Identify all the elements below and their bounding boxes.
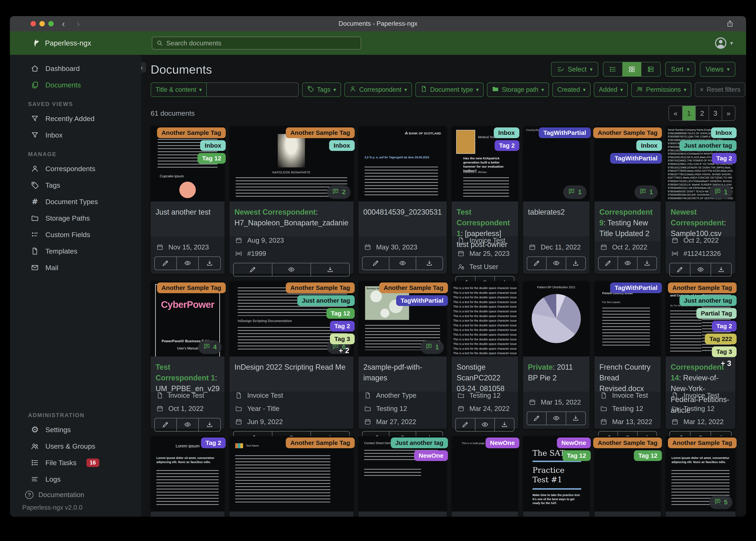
tag-pill[interactable]: Inbox: [329, 140, 355, 151]
view-button[interactable]: [690, 263, 711, 276]
tag-pill[interactable]: Tag 2: [201, 437, 226, 448]
tag-pill[interactable]: Inbox: [494, 127, 519, 138]
sidebar-item-templates[interactable]: Templates: [10, 243, 141, 260]
comment-count-badge[interactable]: 1: [563, 185, 586, 199]
correspondent-link[interactable]: Newest Correspondent: [234, 208, 316, 216]
document-title[interactable]: Just another test: [151, 202, 224, 237]
comment-count-badge[interactable]: 2: [327, 185, 350, 199]
edit-button[interactable]: [527, 412, 546, 425]
sidebar-item-documents[interactable]: Documents: [10, 77, 141, 93]
tag-pill[interactable]: Just another tag: [297, 295, 354, 306]
pagination-page-3[interactable]: 3: [709, 106, 722, 120]
sidebar-item-mail[interactable]: Mail: [10, 260, 141, 276]
tag-pill[interactable]: NewOne: [557, 437, 591, 448]
tag-pill[interactable]: Another Sample Tag: [286, 127, 354, 138]
sidebar-item-inbox[interactable]: Inbox: [10, 127, 141, 143]
document-card[interactable]: ⁂ BANK OF SCOTLAND2,0 % p. a. auf Ihr Ta…: [358, 126, 447, 274]
document-card[interactable]: Serial Number,Company Name,Employe978818…: [666, 126, 735, 274]
tag-pill[interactable]: Tag 3: [712, 346, 737, 357]
download-button[interactable]: [711, 263, 731, 276]
app-name[interactable]: Paperless-ngx: [45, 39, 91, 47]
document-title[interactable]: [523, 511, 589, 517]
title-content-filter-button[interactable]: Title & content ▾: [151, 83, 207, 97]
tag-pill[interactable]: Just another tag: [679, 295, 737, 306]
document-card[interactable]: Test NameAnother Sample Tag: [229, 436, 353, 517]
document-title[interactable]: 0004814539_20230531: [358, 202, 447, 237]
download-button[interactable]: [494, 418, 514, 431]
view-button[interactable]: [176, 418, 198, 431]
document-card[interactable]: InDesign Scripting Documentation6Another…: [229, 281, 353, 429]
document-title[interactable]: Correspondent 9: Testing New Title Updat…: [594, 202, 661, 241]
tag-pill[interactable]: Another Sample Tag: [379, 282, 448, 293]
edit-button[interactable]: [155, 418, 176, 431]
tag-pill[interactable]: Another Sample Tag: [286, 437, 354, 448]
title-content-filter-input[interactable]: [207, 83, 299, 97]
tag-pill[interactable]: Another Sample Tag: [593, 437, 662, 448]
edit-button[interactable]: [670, 263, 690, 276]
view-button[interactable]: [272, 263, 311, 276]
sidebar-collapse-button[interactable]: «: [141, 62, 146, 73]
document-type-filter-button[interactable]: Document type▾: [415, 83, 484, 97]
download-button[interactable]: [566, 412, 585, 425]
view-button[interactable]: [176, 257, 198, 270]
download-button[interactable]: [637, 257, 657, 270]
view-detail-button[interactable]: [641, 62, 660, 76]
view-grid-button[interactable]: [622, 62, 641, 76]
comment-count-badge[interactable]: 1: [421, 340, 444, 354]
document-thumbnail[interactable]: Patient BP Distribution 2011: [523, 281, 589, 356]
view-button[interactable]: [546, 257, 566, 270]
document-card[interactable]: Boundary Waters Trip1Another Sample TagT…: [358, 281, 447, 429]
download-button[interactable]: [416, 257, 443, 270]
document-card[interactable]: Adobe Acrobat PDF FilesCupcake ipsumAnot…: [151, 126, 224, 274]
sidebar-item-custom-fields[interactable]: Custom Fields: [10, 227, 141, 243]
tag-pill[interactable]: TagWithPartial: [610, 282, 662, 293]
tag-pill[interactable]: Just another tag: [679, 140, 737, 151]
views-button[interactable]: Views ▾: [700, 62, 736, 77]
tag-pill[interactable]: Tag 2: [712, 153, 737, 164]
share-icon[interactable]: [726, 20, 734, 27]
tag-pill[interactable]: Another Sample Tag: [286, 282, 354, 293]
download-button[interactable]: [198, 257, 220, 270]
document-title[interactable]: [666, 511, 735, 517]
tag-pill[interactable]: Tag 12: [197, 153, 226, 164]
comment-count-badge[interactable]: 1: [634, 185, 658, 199]
tag-pill[interactable]: Tag 2: [330, 321, 355, 331]
pagination-page-«[interactable]: «: [669, 106, 682, 120]
document-title[interactable]: tablerates2: [523, 202, 589, 237]
tag-pill[interactable]: Another Sample Tag: [668, 437, 737, 448]
edit-button[interactable]: [234, 263, 272, 276]
storage-path-filter-button[interactable]: Storage path▾: [487, 83, 549, 97]
tag-pill[interactable]: TagWithPartial: [610, 153, 662, 164]
sidebar-item-logs[interactable]: Logs: [10, 471, 141, 487]
document-card[interactable]: one,1.0five,5.01Another Sample TagInboxT…: [594, 126, 661, 274]
tag-pill[interactable]: Another Sample Tag: [593, 127, 662, 138]
document-card[interactable]: This is a testAnother Sample TagTag 12: [594, 436, 661, 517]
document-title[interactable]: Newest Correspondent: Sample100.csv: [666, 202, 735, 237]
tag-pill[interactable]: Another Sample Tag: [668, 282, 737, 293]
download-button[interactable]: [566, 257, 585, 270]
created-filter-button[interactable]: Created▾: [552, 83, 591, 97]
tag-pill[interactable]: TagWithPartial: [539, 127, 591, 138]
document-title[interactable]: French Country Bread Revised.docx: [594, 356, 661, 391]
document-card[interactable]: Lorem ipsumLorem ipsum dolor sit amet, c…: [666, 436, 735, 517]
document-card[interactable]: Review of Arbitral Awards Shows Swift Re…: [666, 281, 735, 429]
tag-pill[interactable]: NewOne: [485, 437, 519, 448]
document-card[interactable]: Country,Region/State,1TagWithPartialtabl…: [523, 126, 589, 274]
tag-pill[interactable]: Inbox: [200, 140, 226, 151]
document-title[interactable]: [229, 511, 353, 517]
tags-filter-button[interactable]: Tags▾: [302, 83, 341, 97]
tag-pill[interactable]: Tag 2: [495, 140, 519, 151]
sidebar-item-file-tasks[interactable]: File Tasks16: [10, 454, 141, 471]
document-title[interactable]: Private: 2011 BP Pie 2: [523, 356, 589, 391]
document-title[interactable]: Sonstige ScanPC2022 03-24_081058: [452, 356, 518, 391]
tag-pill[interactable]: Tag 222: [705, 333, 737, 344]
view-button[interactable]: [546, 412, 566, 425]
correspondent-filter-button[interactable]: Correspondent▾: [344, 83, 412, 97]
document-thumbnail[interactable]: ⁂ BANK OF SCOTLAND2,0 % p. a. auf Ihr Ta…: [358, 126, 447, 202]
sidebar-item-settings[interactable]: ⚙Settings: [10, 421, 141, 438]
tag-pill[interactable]: Inbox: [711, 127, 737, 138]
view-button[interactable]: [389, 257, 416, 270]
search-input[interactable]: [166, 39, 357, 47]
tag-pill[interactable]: Tag 12: [634, 450, 662, 461]
view-button[interactable]: [475, 418, 495, 431]
